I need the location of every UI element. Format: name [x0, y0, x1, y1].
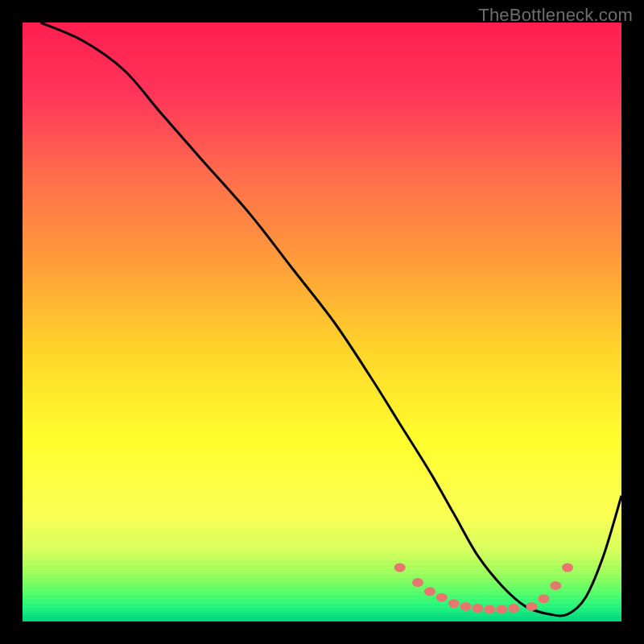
plot-area	[23, 23, 621, 621]
chart-frame: TheBottleneck.com	[0, 0, 644, 644]
watermark-text: TheBottleneck.com	[478, 5, 633, 26]
gradient-background	[23, 23, 621, 621]
